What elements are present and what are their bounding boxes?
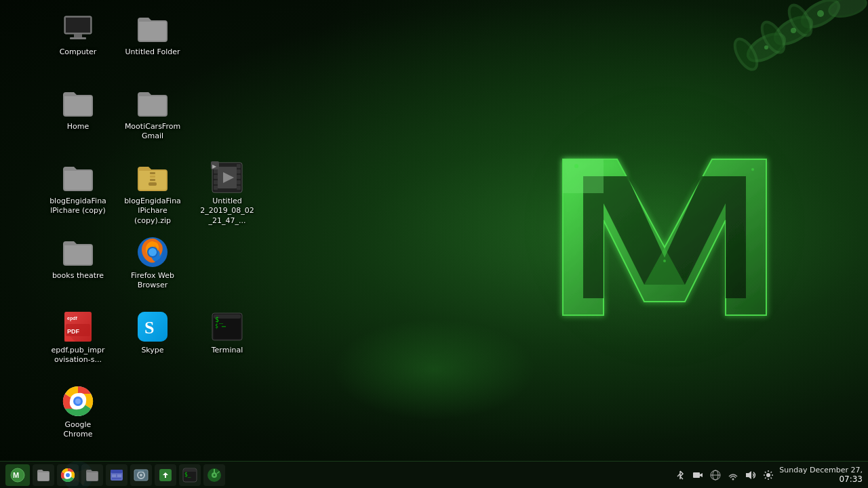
blog-copy-zip-label: blogEngidaFinalPichare (copy).zip bbox=[124, 197, 181, 226]
svg-line-97 bbox=[765, 477, 766, 479]
svg-line-95 bbox=[771, 477, 772, 479]
empty-cell-5 bbox=[193, 380, 261, 454]
volume-icon[interactable] bbox=[744, 468, 757, 482]
desktop-icon-blog-copy-zip[interactable]: blogEngidaFinalPichare (copy).zip bbox=[119, 156, 186, 231]
taskbar-terminal[interactable]: $_ bbox=[179, 464, 201, 486]
taskbar-screenshot[interactable] bbox=[130, 464, 152, 486]
svg-rect-17 bbox=[70, 37, 86, 39]
svg-rect-19 bbox=[150, 176, 155, 178]
svg-rect-70 bbox=[112, 478, 121, 479]
chrome-icon bbox=[62, 385, 94, 418]
computer-icon bbox=[62, 12, 94, 45]
svg-text:▶: ▶ bbox=[212, 163, 217, 169]
svg-line-94 bbox=[765, 472, 766, 473]
terminal-icon: $_ $ bbox=[211, 310, 243, 343]
svg-rect-82 bbox=[693, 472, 700, 478]
chrome-label: Google Chrome bbox=[50, 420, 106, 440]
books-theatre-label: books theatre bbox=[52, 271, 104, 281]
empty-cell-2 bbox=[193, 81, 261, 156]
brightness-icon[interactable] bbox=[762, 468, 775, 482]
taskbar: M bbox=[0, 461, 868, 488]
svg-point-87 bbox=[732, 478, 734, 480]
desktop-icon-mooti-cars[interactable]: MootiCarsFromGmail bbox=[119, 81, 186, 147]
start-menu-button[interactable]: M bbox=[5, 464, 30, 486]
svg-rect-15 bbox=[66, 18, 90, 33]
svg-rect-33 bbox=[237, 186, 241, 190]
taskbar-gpmdp[interactable] bbox=[203, 464, 225, 486]
svg-rect-68 bbox=[112, 474, 116, 477]
untitled2-icon: ▶ bbox=[211, 161, 243, 194]
desktop-icon-untitled-folder[interactable]: Untitled Folder bbox=[119, 7, 186, 62]
wifi-icon[interactable] bbox=[726, 468, 740, 482]
svg-rect-30 bbox=[237, 169, 241, 174]
camera-icon[interactable] bbox=[691, 468, 705, 482]
svg-text:epdf: epdf bbox=[67, 316, 77, 321]
svg-point-81 bbox=[214, 474, 216, 476]
desktop-icons-grid: Computer Untitled Folder Home bbox=[44, 7, 268, 488]
svg-rect-20 bbox=[150, 179, 155, 181]
blog-copy-folder-icon bbox=[62, 161, 94, 194]
bluetooth-icon[interactable] bbox=[673, 468, 687, 482]
home-folder-icon bbox=[62, 87, 94, 119]
empty-cell-1 bbox=[193, 7, 261, 81]
firefox-icon bbox=[136, 236, 169, 268]
svg-text:PDF: PDF bbox=[67, 328, 80, 335]
svg-rect-32 bbox=[237, 180, 241, 184]
svg-rect-16 bbox=[74, 34, 82, 37]
epdf-label: epdf.pub_improvisation-s... bbox=[50, 346, 106, 365]
svg-text:S: S bbox=[144, 318, 154, 338]
svg-text:$_: $_ bbox=[184, 472, 191, 478]
empty-cell-3 bbox=[193, 230, 261, 305]
desktop-icon-firefox[interactable]: Firefox Web Browser bbox=[119, 230, 186, 296]
taskbar-clock[interactable]: Sunday December 27, 07:33 bbox=[779, 466, 863, 484]
svg-point-73 bbox=[140, 474, 142, 476]
desktop-icon-epdf[interactable]: PDF epdf epdf.pub_improvisation-s... bbox=[44, 305, 112, 371]
svg-marker-83 bbox=[700, 473, 703, 477]
terminal-label: Terminal bbox=[212, 346, 243, 355]
epdf-icon: PDF epdf bbox=[62, 310, 94, 343]
svg-text:$: $ bbox=[215, 323, 218, 329]
desktop-icon-books-theatre[interactable]: books theatre bbox=[44, 230, 112, 286]
desktop-icon-terminal[interactable]: $_ $ Terminal bbox=[193, 305, 261, 361]
skype-icon: S bbox=[136, 310, 169, 343]
desktop-icon-blog-copy[interactable]: blogEngidaFinalPichare (copy) bbox=[44, 156, 112, 222]
svg-marker-88 bbox=[746, 471, 751, 479]
clock-time: 07:33 bbox=[779, 474, 863, 484]
desktop-icon-chrome[interactable]: Google Chrome bbox=[44, 380, 112, 445]
books-theatre-folder-icon bbox=[62, 236, 94, 268]
firefox-label: Firefox Web Browser bbox=[124, 271, 181, 291]
svg-point-59 bbox=[75, 399, 81, 404]
desktop-icon-skype[interactable]: S Skype bbox=[119, 305, 186, 361]
svg-rect-26 bbox=[214, 175, 218, 179]
untitled2-label: Untitled 2_2019_08_02_21_47_... bbox=[199, 197, 256, 226]
network-icon[interactable] bbox=[709, 468, 722, 482]
svg-rect-21 bbox=[149, 182, 157, 186]
clock-date: Sunday December 27, bbox=[779, 466, 863, 474]
mooti-label: MootiCarsFromGmail bbox=[124, 122, 181, 142]
blog-copy-zip-icon bbox=[136, 161, 169, 194]
taskbar-files[interactable] bbox=[33, 464, 54, 486]
svg-rect-31 bbox=[237, 175, 241, 179]
svg-rect-74 bbox=[138, 470, 144, 472]
untitled-folder-label: Untitled Folder bbox=[125, 47, 180, 57]
svg-rect-29 bbox=[237, 164, 241, 168]
taskbar-chrome[interactable] bbox=[57, 464, 79, 486]
svg-rect-28 bbox=[214, 186, 218, 190]
taskbar-nemo[interactable] bbox=[106, 464, 127, 486]
svg-rect-18 bbox=[150, 172, 155, 174]
taskbar-update[interactable] bbox=[155, 464, 176, 486]
desktop-icon-home[interactable]: Home bbox=[44, 81, 112, 137]
desktop-icon-computer[interactable]: Computer bbox=[44, 7, 112, 62]
taskbar-files2[interactable] bbox=[81, 464, 103, 486]
svg-rect-25 bbox=[214, 169, 218, 174]
desktop-icon-untitled2[interactable]: ▶ Untitled 2_2019_08_02_21_47_... bbox=[193, 156, 261, 231]
svg-line-96 bbox=[771, 472, 772, 473]
svg-rect-27 bbox=[214, 180, 218, 184]
desktop: Computer Untitled Folder Home bbox=[0, 0, 868, 461]
untitled-folder-icon bbox=[136, 12, 169, 45]
taskbar-right: Sunday December 27, 07:33 bbox=[673, 466, 863, 484]
skype-label: Skype bbox=[141, 346, 163, 355]
empty-cell-4 bbox=[119, 380, 186, 454]
svg-point-65 bbox=[66, 473, 70, 477]
svg-point-89 bbox=[766, 473, 770, 477]
